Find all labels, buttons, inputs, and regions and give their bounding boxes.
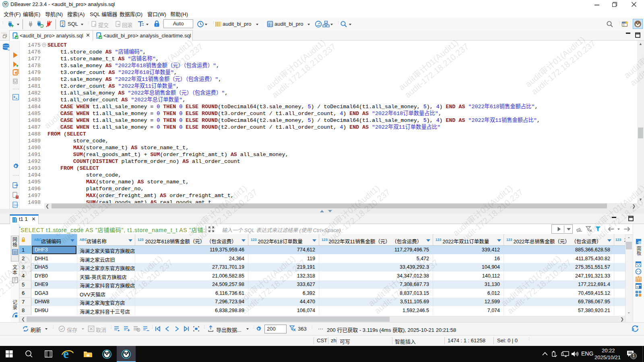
svg-text:(x): (x) xyxy=(13,204,19,207)
